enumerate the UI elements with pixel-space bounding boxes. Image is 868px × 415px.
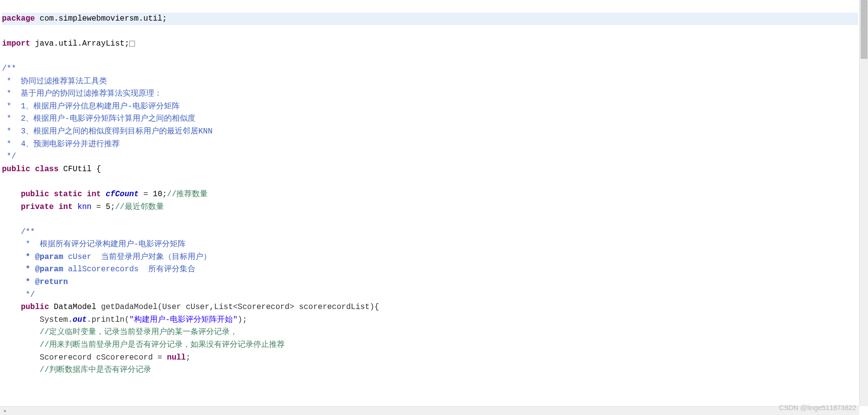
- code-line: //判断数据库中是否有评分记录: [2, 365, 151, 374]
- javadoc-line: /**: [2, 64, 16, 73]
- javadoc-line: * 基于用户的协同过滤推荐算法实现原理：: [2, 89, 162, 98]
- code-line: //定义临时变量，记录当前登录用户的某一条评分记录，: [2, 328, 238, 337]
- horizontal-scrollbar[interactable]: ◂: [0, 406, 859, 415]
- code-line: Scorerecord cScorerecord = null;: [2, 353, 190, 362]
- code-line: public DataModel getDadaModel(User cUser…: [2, 303, 379, 311]
- code-line-highlighted: package com.simplewebmoviersm.util;: [2, 13, 858, 26]
- code-line: //用来判断当前登录用户是否有评分记录，如果没有评分记录停止推荐: [2, 340, 285, 349]
- code-line: System.out.println("构建用户-电影评分矩阵开始");: [2, 315, 247, 324]
- code-line: public static int cfCount = 10;//推荐数量: [2, 190, 208, 199]
- javadoc-line: */: [2, 152, 16, 161]
- code-line: import java.util.ArrayList;: [2, 39, 135, 48]
- vertical-scrollbar[interactable]: [859, 0, 868, 406]
- javadoc-line: * 协同过滤推荐算法工具类: [2, 77, 107, 86]
- javadoc-line: */: [2, 290, 35, 299]
- javadoc-line: * @param allScorerecords 所有评分集合: [2, 265, 195, 274]
- javadoc-line: /**: [2, 228, 35, 236]
- vertical-scrollbar-thumb[interactable]: [861, 0, 868, 59]
- code-line: private int knn = 5;//最近邻数量: [2, 203, 164, 211]
- javadoc-line: * 3、根据用户之间的相似度得到目标用户的最近邻居KNN: [2, 127, 213, 136]
- javadoc-line: * @return: [2, 278, 68, 286]
- javadoc-line: * 4、预测电影评分并进行推荐: [2, 140, 120, 149]
- chevron-left-icon[interactable]: ◂: [1, 408, 8, 415]
- javadoc-line: * 根据所有评分记录构建用户-电影评分矩阵: [2, 240, 186, 249]
- code-line: public class CFUtil {: [2, 165, 101, 174]
- code-editor[interactable]: package com.simplewebmoviersm.util; impo…: [0, 0, 858, 405]
- collapsed-import-icon[interactable]: [129, 41, 135, 47]
- javadoc-line: * 1、根据用户评分信息构建用户-电影评分矩阵: [2, 102, 180, 111]
- javadoc-line: * @param cUser 当前登录用户对象（目标用户）: [2, 253, 211, 261]
- javadoc-line: * 2、根据用户-电影评分矩阵计算用户之间的相似度: [2, 114, 195, 123]
- watermark-text: CSDN @linge511873822: [779, 402, 856, 413]
